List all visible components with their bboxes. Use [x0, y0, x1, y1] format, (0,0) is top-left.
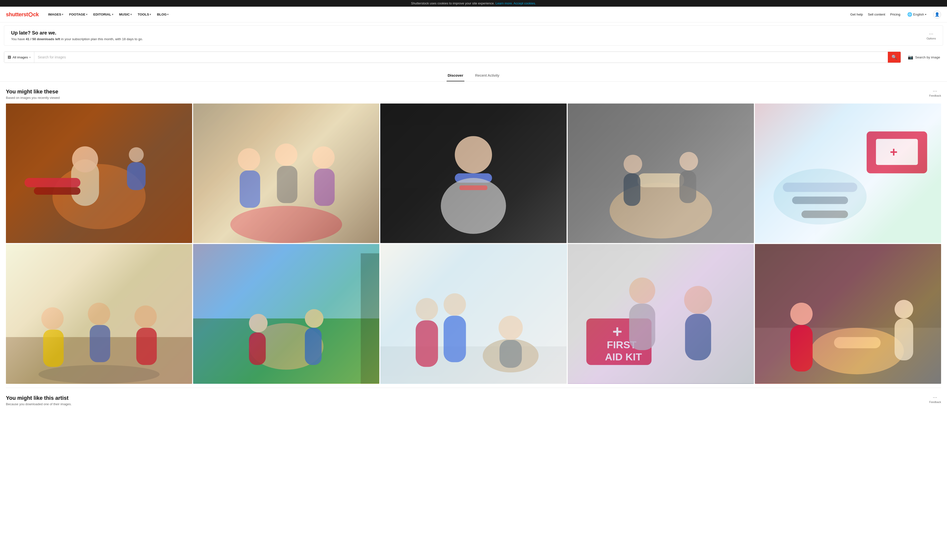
nav-footage[interactable]: FOOTAGE ▾ — [66, 11, 90, 18]
image-grid-row1: + — [6, 103, 941, 243]
svg-rect-48 — [361, 253, 380, 384]
svg-point-14 — [313, 146, 335, 169]
user-avatar[interactable]: 👤 — [933, 11, 941, 18]
svg-rect-53 — [305, 328, 322, 365]
svg-point-18 — [455, 136, 492, 173]
recommendation-image-9[interactable]: FIRST AID KIT + — [568, 244, 754, 383]
svg-rect-60 — [500, 340, 522, 368]
nav-tools[interactable]: TOOLS ▾ — [135, 11, 153, 18]
svg-point-61 — [416, 298, 438, 320]
recommendation-image-2[interactable] — [193, 103, 379, 243]
svg-rect-71 — [629, 304, 655, 350]
search-icon: 🔍 — [892, 54, 897, 60]
notification-text: You have 41 / 50 downloads left in your … — [11, 37, 143, 41]
images-chevron-icon: ▾ — [62, 13, 63, 16]
sell-content-link[interactable]: Sell content — [868, 12, 885, 16]
svg-point-10 — [238, 148, 260, 171]
search-by-image-button[interactable]: 📷 Search by image — [905, 52, 943, 62]
svg-rect-11 — [240, 171, 260, 208]
notification-bar: Up late? So are we. You have 41 / 50 dow… — [4, 25, 943, 46]
options-label: Options — [927, 37, 936, 40]
header-right: Get help Sell content Pricing 🌐 English … — [850, 11, 941, 18]
options-button[interactable]: ··· Options — [927, 31, 936, 40]
svg-rect-7 — [127, 162, 146, 190]
search-type-label: All images — [12, 55, 28, 59]
recommendation-image-10[interactable] — [755, 244, 941, 383]
recommendation-image-8[interactable] — [380, 244, 567, 383]
accept-cookies-link[interactable]: Accept cookies. — [513, 2, 536, 5]
learn-more-link[interactable]: Learn more. — [496, 2, 513, 5]
section1-feedback-label: Feedback — [929, 94, 941, 97]
recommendation-image-5[interactable]: + — [755, 103, 941, 243]
svg-point-12 — [275, 143, 297, 166]
user-icon: 👤 — [935, 12, 939, 17]
notification-content: Up late? So are we. You have 41 / 50 dow… — [11, 30, 143, 41]
image-grid-row2: FIRST AID KIT + — [6, 244, 941, 383]
svg-point-52 — [305, 309, 323, 328]
nav-editorial[interactable]: EDITORIAL ▾ — [91, 11, 115, 18]
image-filter-icon: 🖼 — [8, 55, 11, 59]
logo-text: shutterstck — [6, 11, 39, 18]
pricing-link[interactable]: Pricing — [890, 12, 900, 16]
recommendation-image-7[interactable] — [193, 244, 379, 383]
search-type-selector[interactable]: 🖼 All images ▾ — [4, 52, 34, 63]
downloads-count: 41 / 50 downloads left — [26, 37, 60, 41]
svg-text:AID KIT: AID KIT — [605, 351, 642, 363]
content-tabs: Discover Recent Activity — [0, 67, 947, 82]
feedback-dots-icon: ··· — [933, 88, 938, 94]
section2-subtitle: Because you downloaded one of their imag… — [6, 402, 72, 406]
section1-subtitle: Based on images you recently viewed — [6, 96, 60, 100]
svg-rect-77 — [790, 325, 813, 372]
section1-feedback-button[interactable]: ··· Feedback — [929, 88, 941, 97]
svg-text:+: + — [890, 145, 898, 159]
nav-images[interactable]: IMAGES ▾ — [46, 11, 66, 18]
section2-feedback-button[interactable]: ··· Feedback — [929, 395, 941, 403]
svg-point-39 — [41, 308, 64, 330]
svg-point-27 — [679, 152, 698, 171]
svg-rect-13 — [277, 166, 297, 203]
globe-icon: 🌐 — [907, 12, 912, 17]
section1-title: You might like these — [6, 88, 60, 95]
svg-rect-62 — [416, 320, 438, 367]
svg-rect-4 — [25, 178, 81, 187]
recommendations-section: You might like these Based on images you… — [0, 82, 947, 388]
recommendation-image-4[interactable] — [568, 103, 754, 243]
search-input[interactable] — [34, 55, 888, 59]
search-button[interactable]: 🔍 — [888, 52, 901, 63]
section2-feedback-label: Feedback — [929, 400, 941, 403]
section2-title: You might like this artist — [6, 395, 72, 401]
section1-title-group: You might like these Based on images you… — [6, 88, 60, 100]
cookie-banner: Shutterstock uses cookies to improve you… — [0, 0, 947, 7]
logo[interactable]: shutterstck — [6, 11, 39, 18]
options-dots-icon: ··· — [929, 31, 933, 37]
nav-music[interactable]: MUSIC ▾ — [117, 11, 134, 18]
language-label: English — [913, 12, 924, 16]
camera-icon: 📷 — [908, 54, 913, 60]
notification-title: Up late? So are we. — [11, 30, 143, 36]
svg-rect-35 — [792, 197, 848, 204]
section2-header: You might like this artist Because you d… — [6, 395, 941, 406]
svg-rect-40 — [43, 330, 64, 367]
artist-section: You might like this artist Because you d… — [0, 388, 947, 414]
search-type-chevron-icon: ▾ — [29, 56, 31, 58]
svg-point-78 — [895, 300, 913, 319]
language-selector[interactable]: 🌐 English ▾ — [905, 11, 928, 18]
recommendation-image-6[interactable] — [6, 244, 192, 383]
get-help-link[interactable]: Get help — [850, 12, 863, 16]
tab-recent-activity[interactable]: Recent Activity — [474, 71, 500, 82]
logo-o-icon — [28, 12, 33, 17]
svg-point-50 — [249, 314, 268, 333]
svg-rect-28 — [679, 171, 696, 203]
svg-point-45 — [38, 365, 160, 384]
cookie-text: Shutterstock uses cookies to improve you… — [411, 2, 495, 5]
recommendation-image-3[interactable] — [380, 103, 567, 243]
editorial-chevron-icon: ▾ — [112, 13, 113, 16]
header: shutterstck IMAGES ▾ FOOTAGE ▾ EDITORIAL… — [0, 7, 947, 22]
svg-rect-57 — [443, 316, 466, 362]
nav-blog[interactable]: BLOG ▾ — [154, 11, 171, 18]
svg-rect-36 — [802, 211, 848, 218]
recommendation-image-1[interactable] — [6, 103, 192, 243]
tab-discover[interactable]: Discover — [447, 71, 464, 82]
music-chevron-icon: ▾ — [131, 13, 132, 16]
search-by-image-label: Search by image — [915, 55, 940, 59]
